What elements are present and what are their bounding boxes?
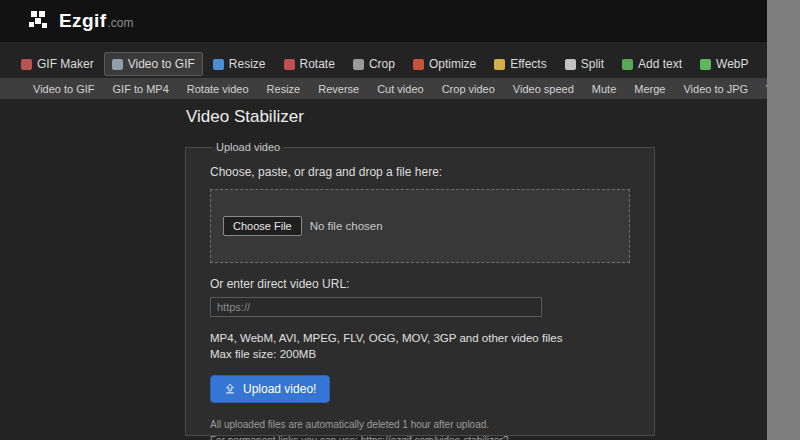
nav-item-optimize[interactable]: Optimize <box>405 52 484 76</box>
upload-button-label: Upload video! <box>243 382 316 396</box>
permanent-link-prefix: For permanent links you can use: https:/… <box>210 435 508 440</box>
right-edge-panel <box>767 0 800 440</box>
subnav-item-gif-to-mp4[interactable]: GIF to MP4 <box>104 78 178 99</box>
upload-video-button[interactable]: Upload video! <box>210 375 330 403</box>
page-title: Video Stabilizer <box>186 107 304 127</box>
upload-panel: Upload video Choose, paste, or drag and … <box>185 141 655 436</box>
nav-item-label: WebP <box>716 57 748 71</box>
nav-item-gif-maker[interactable]: GIF Maker <box>13 52 102 76</box>
effects-icon <box>494 59 505 70</box>
optimize-icon <box>413 59 424 70</box>
video-to-gif-icon <box>112 59 123 70</box>
resize-icon <box>213 59 224 70</box>
nav-item-label: Resize <box>229 57 266 71</box>
subnav-item-rotate-video[interactable]: Rotate video <box>178 78 258 99</box>
brand-suffix: .com <box>107 16 133 30</box>
rotate-icon <box>284 59 295 70</box>
nav-item-label: Split <box>581 57 604 71</box>
primary-nav: GIF Maker Video to GIF Resize Rotate Cro… <box>13 52 800 76</box>
upload-notes: All uploaded files are automatically del… <box>210 417 630 440</box>
nav-item-webp[interactable]: WebP <box>692 52 756 76</box>
add-text-icon <box>622 59 633 70</box>
nav-item-video-to-gif[interactable]: Video to GIF <box>104 52 203 76</box>
video-url-input[interactable] <box>210 297 542 317</box>
subnav-item-video-to-gif[interactable]: Video to GIF <box>24 78 104 99</box>
file-drop-area[interactable]: Choose File No file chosen <box>210 189 630 263</box>
subnav-item-reverse[interactable]: Reverse <box>309 78 368 99</box>
crop-icon <box>353 59 364 70</box>
nav-item-split[interactable]: Split <box>557 52 612 76</box>
no-file-chosen-text: No file chosen <box>310 220 383 232</box>
secondary-nav: Video to GIF GIF to MP4 Rotate video Res… <box>0 78 800 99</box>
url-label: Or enter direct video URL: <box>210 277 630 291</box>
nav-item-label: GIF Maker <box>37 57 94 71</box>
ezgif-logo-icon[interactable] <box>28 10 50 32</box>
nav-item-crop[interactable]: Crop <box>345 52 403 76</box>
auto-delete-note: All uploaded files are automatically del… <box>210 417 630 433</box>
subnav-item-merge[interactable]: Merge <box>625 78 674 99</box>
site-header: Ezgif .com <box>0 0 800 42</box>
subnav-item-crop-video[interactable]: Crop video <box>433 78 504 99</box>
nav-item-label: Rotate <box>300 57 335 71</box>
brand-wordmark[interactable]: Ezgif .com <box>59 10 133 32</box>
ezgif-video-stabilizer-page: Ezgif .com GIF Maker Video to GIF Resize… <box>0 0 800 440</box>
upload-instruction: Choose, paste, or drag and drop a file h… <box>210 165 630 179</box>
subnav-item-video-to-jpg[interactable]: Video to JPG <box>674 78 757 99</box>
nav-item-effects[interactable]: Effects <box>486 52 554 76</box>
nav-item-add-text[interactable]: Add text <box>614 52 690 76</box>
nav-item-label: Effects <box>510 57 546 71</box>
nav-item-label: Crop <box>369 57 395 71</box>
split-icon <box>565 59 576 70</box>
subnav-item-resize[interactable]: Resize <box>258 78 310 99</box>
brand-name: Ezgif <box>59 10 106 32</box>
nav-item-label: Optimize <box>429 57 476 71</box>
upload-panel-legend: Upload video <box>212 141 284 153</box>
nav-item-resize[interactable]: Resize <box>205 52 274 76</box>
supported-formats-text: MP4, WebM, AVI, MPEG, FLV, OGG, MOV, 3GP… <box>210 332 630 344</box>
nav-item-rotate[interactable]: Rotate <box>276 52 343 76</box>
choose-file-button[interactable]: Choose File <box>223 216 302 236</box>
subnav-item-cut-video[interactable]: Cut video <box>368 78 432 99</box>
gif-maker-icon <box>21 59 32 70</box>
nav-item-label: Add text <box>638 57 682 71</box>
subnav-item-mute[interactable]: Mute <box>583 78 625 99</box>
webp-icon <box>700 59 711 70</box>
subnav-item-video-speed[interactable]: Video speed <box>504 78 583 99</box>
upload-icon <box>224 383 236 395</box>
permanent-link-note: For permanent links you can use: https:/… <box>210 433 630 440</box>
max-file-size-text: Max file size: 200MB <box>210 348 630 360</box>
nav-item-label: Video to GIF <box>128 57 195 71</box>
